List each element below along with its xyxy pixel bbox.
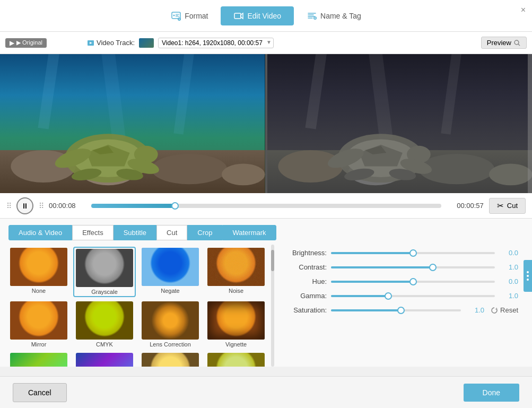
video-container bbox=[0, 54, 532, 193]
track-select[interactable]: Video1: h264, 1920x1080, 00:00:57 bbox=[158, 38, 274, 48]
pause-button[interactable]: ⏸ bbox=[16, 197, 33, 214]
contrast-slider[interactable] bbox=[331, 266, 495, 268]
brightness-value: 0.0 bbox=[499, 249, 518, 257]
effects-tab[interactable]: Effects bbox=[72, 225, 114, 240]
side-dot-2 bbox=[527, 275, 529, 277]
reset-icon bbox=[491, 307, 498, 314]
settings-panel: Brightness: 0.0 Contrast: 1.0 Hue: bbox=[276, 245, 527, 367]
filter-negate-thumb bbox=[142, 248, 199, 286]
saturation-label: Saturation: bbox=[284, 306, 327, 314]
done-button[interactable]: Done bbox=[464, 384, 519, 402]
filter-row3b[interactable] bbox=[73, 352, 136, 367]
filter-none-thumb bbox=[10, 248, 67, 286]
filter-row3c[interactable] bbox=[139, 352, 202, 367]
gamma-label: Gamma: bbox=[284, 292, 327, 300]
cut-label: Cut bbox=[507, 202, 518, 210]
content-area: None Grayscale Negate bbox=[0, 245, 532, 367]
edit-video-tab-label: Edit Video bbox=[247, 12, 281, 20]
filter-mirror-image bbox=[10, 301, 67, 340]
gamma-row: Gamma: 1.0 bbox=[284, 292, 518, 300]
filter-vignette-image bbox=[207, 301, 265, 340]
filter-row3d-image bbox=[207, 353, 265, 367]
name-tag-tab[interactable]: Name & Tag bbox=[294, 6, 374, 25]
right-scroll-bar[interactable] bbox=[528, 54, 532, 193]
filter-row3d-thumb bbox=[207, 353, 265, 367]
preview-video bbox=[267, 54, 533, 193]
filter-noise[interactable]: Noise bbox=[205, 247, 267, 297]
gamma-value: 1.0 bbox=[499, 292, 518, 300]
filter-grid: None Grayscale Negate bbox=[5, 245, 269, 367]
progress-handle[interactable] bbox=[171, 202, 179, 210]
contrast-handle[interactable] bbox=[429, 264, 437, 271]
format-tab[interactable]: Format bbox=[158, 6, 221, 25]
filter-negate-label: Negate bbox=[161, 288, 179, 294]
track-label: Video Track: bbox=[87, 39, 135, 47]
filter-vignette[interactable]: Vignette bbox=[205, 300, 267, 349]
original-video-panel bbox=[0, 54, 265, 193]
filter-grayscale-label: Grayscale bbox=[91, 289, 118, 295]
cut-button[interactable]: ✂ Cut bbox=[489, 198, 526, 214]
hue-row: Hue: 0.0 bbox=[284, 277, 518, 285]
track-thumbnail bbox=[139, 38, 154, 48]
filter-row3a[interactable] bbox=[7, 352, 70, 367]
cancel-label: Cancel bbox=[28, 388, 51, 397]
gamma-handle[interactable] bbox=[385, 292, 392, 300]
filter-scrollbar[interactable] bbox=[269, 245, 276, 367]
svg-rect-3 bbox=[234, 13, 241, 19]
video-track-icon bbox=[87, 39, 94, 47]
reset-button[interactable]: Reset bbox=[491, 306, 518, 314]
preview-label: Preview bbox=[487, 39, 511, 47]
preview-video-panel bbox=[267, 54, 533, 193]
filter-grayscale-image bbox=[76, 249, 133, 287]
filter-grayscale-thumb bbox=[76, 249, 133, 287]
filter-mirror[interactable]: Mirror bbox=[7, 300, 70, 349]
scroll-thumb[interactable] bbox=[271, 250, 274, 271]
name-tag-tab-label: Name & Tag bbox=[320, 12, 361, 20]
filter-noise-image bbox=[207, 248, 265, 286]
filter-lens-image bbox=[142, 301, 199, 340]
cancel-button[interactable]: Cancel bbox=[13, 383, 67, 402]
brightness-slider[interactable] bbox=[331, 252, 495, 254]
gamma-slider[interactable] bbox=[331, 295, 495, 297]
filter-cmyk-label: CMYK bbox=[96, 341, 113, 348]
subtitle-tab[interactable]: Subtitle bbox=[114, 225, 156, 240]
hue-slider[interactable] bbox=[331, 281, 495, 283]
filter-cmyk[interactable]: CMYK bbox=[73, 300, 136, 349]
filter-section: None Grayscale Negate bbox=[5, 245, 276, 367]
saturation-slider[interactable] bbox=[331, 309, 461, 311]
left-dots-icon: ⠿ bbox=[6, 202, 11, 210]
hue-label: Hue: bbox=[284, 277, 327, 285]
crop-tab[interactable]: Crop bbox=[187, 225, 222, 240]
filter-none[interactable]: None bbox=[7, 247, 70, 297]
preview-button[interactable]: Preview bbox=[481, 37, 527, 49]
filter-row3d[interactable] bbox=[205, 352, 267, 367]
filter-lens[interactable]: Lens Correction bbox=[139, 300, 202, 349]
contrast-label: Contrast: bbox=[284, 263, 327, 271]
gamma-fill bbox=[331, 295, 388, 297]
filter-cmyk-thumb bbox=[76, 301, 133, 340]
progress-bar[interactable] bbox=[91, 204, 441, 208]
svg-point-1 bbox=[173, 14, 175, 16]
edit-video-tab[interactable]: Edit Video bbox=[221, 6, 294, 25]
edit-tabs-row: Audio & Video Effects Subtitle Cut Crop … bbox=[0, 219, 532, 245]
bottom-bar: Cancel Done bbox=[0, 376, 532, 408]
brightness-handle[interactable] bbox=[409, 249, 417, 257]
filter-grayscale[interactable]: Grayscale bbox=[73, 247, 136, 297]
cut-tab[interactable]: Cut bbox=[156, 225, 187, 240]
scissors-icon: ✂ bbox=[497, 201, 504, 211]
audio-video-tab[interactable]: Audio & Video bbox=[8, 225, 72, 240]
filter-negate[interactable]: Negate bbox=[139, 247, 202, 297]
saturation-handle[interactable] bbox=[397, 307, 405, 314]
filter-row3c-image bbox=[142, 353, 199, 367]
hue-handle[interactable] bbox=[409, 278, 417, 285]
hue-value: 0.0 bbox=[499, 277, 518, 285]
svg-point-13 bbox=[151, 154, 227, 184]
filter-cmyk-image bbox=[76, 301, 133, 340]
filter-row3a-image bbox=[10, 353, 67, 367]
svg-line-8 bbox=[518, 44, 520, 46]
contrast-value: 1.0 bbox=[499, 263, 518, 271]
title-bar: Format Edit Video Name & Tag × bbox=[0, 0, 532, 32]
watermark-tab[interactable]: Watermark bbox=[222, 225, 276, 240]
close-button[interactable]: × bbox=[521, 5, 526, 15]
filter-lens-thumb bbox=[142, 301, 199, 340]
